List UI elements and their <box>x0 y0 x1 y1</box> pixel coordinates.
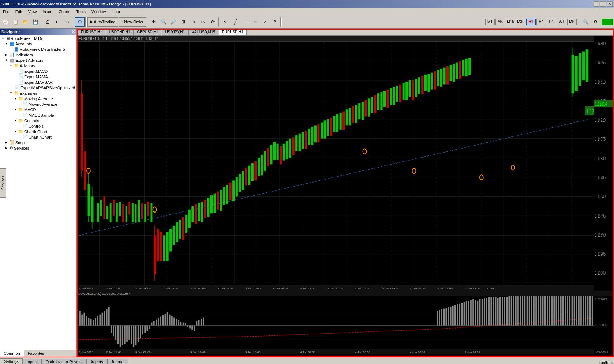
svg-rect-264 <box>189 326 191 329</box>
svg-rect-66 <box>163 235 165 261</box>
tree-advisors[interactable]: ▼ 📁 Advisors <box>1 63 76 68</box>
undo-btn[interactable]: ↩ <box>53 17 62 27</box>
tree-controls-file[interactable]: 📄 Controls <box>1 123 76 129</box>
menu-view[interactable]: View <box>25 9 40 15</box>
svg-text:2 Jan 2019: 2 Jan 2019 <box>79 350 93 354</box>
menu-charts[interactable]: Charts <box>56 9 73 15</box>
macd-section: MACD(12,24,9) 0.002001 0.001984 <box>77 291 614 357</box>
tf-m1[interactable]: M1 <box>485 19 495 25</box>
svg-text:1.14075: 1.14075 <box>595 136 606 142</box>
close-button[interactable]: ✕ <box>607 1 613 7</box>
new-order-btn[interactable]: + New Order <box>119 17 146 27</box>
services-side-label[interactable]: Services <box>0 168 6 198</box>
save-btn[interactable]: 💾 <box>30 17 40 27</box>
redo-btn[interactable]: ↪ <box>63 17 72 27</box>
tree-expert-mama[interactable]: 📄 ExpertMAMA <box>1 74 76 79</box>
tf-h1[interactable]: H1 <box>526 19 536 25</box>
svg-rect-325 <box>558 296 559 326</box>
svg-rect-299 <box>499 297 501 326</box>
fit-btn[interactable]: ⊞ <box>179 17 188 27</box>
chart-tab-3[interactable]: USDJPY,H1 <box>162 29 188 35</box>
tree-macd-folder[interactable]: ▼ 📁 MACD <box>1 107 76 112</box>
tree-expert-mapsar[interactable]: 📄 ExpertMAPSAR <box>1 79 76 85</box>
tree-indicators[interactable]: ▶ 📊 Indicators <box>1 52 76 57</box>
svg-rect-51 <box>119 202 121 216</box>
zoom-out-btn[interactable]: 🔎 <box>169 17 178 27</box>
navigator-close[interactable]: ✕ <box>71 29 75 34</box>
chart-tab-0[interactable]: EURUSD,H1 <box>78 29 105 35</box>
new-chart-btn[interactable]: 📈 <box>1 17 10 27</box>
tree-scripts[interactable]: ▶ 📜 Scripts <box>1 140 76 145</box>
tree-chartinchart-folder[interactable]: ▼ 📁 ChartInChart <box>1 129 76 134</box>
tf-d1[interactable]: D1 <box>547 19 556 25</box>
chart-tab-2[interactable]: GBPUSD,H1 <box>134 29 162 35</box>
chart-tab-1[interactable]: USDCHE,H1 <box>106 29 134 35</box>
tree-root[interactable]: ▼ 🖥 RoboForex - MT5 <box>1 36 76 41</box>
nav-tab-favorites[interactable]: Favorites <box>24 350 48 357</box>
tree-accounts[interactable]: ▼ 👥 Accounts <box>1 41 76 46</box>
zoom-in-btn[interactable]: 🔍 <box>159 17 168 27</box>
tree-expert-advisors[interactable]: ▼ 🤖 Expert Advisors <box>1 57 76 63</box>
svg-text:4 Jan 18:00: 4 Jan 18:00 <box>410 350 425 354</box>
menu-insert[interactable]: Insert <box>40 9 56 15</box>
chart-tab-5[interactable]: EURUSD,H1 <box>219 29 247 35</box>
tree-controls-folder[interactable]: ▼ 📁 Controls <box>1 118 76 123</box>
text-btn[interactable]: A <box>270 17 280 27</box>
line-btn[interactable]: ╱ <box>231 17 240 27</box>
hline-btn[interactable]: — <box>240 17 250 27</box>
scroll-right-btn[interactable]: ⇥ <box>188 17 198 27</box>
tf-w1[interactable]: W1 <box>557 19 566 25</box>
tf-m30[interactable]: M30 <box>516 19 525 25</box>
svg-rect-255 <box>169 315 171 326</box>
fib-btn[interactable]: ⊿ <box>260 17 270 27</box>
menu-help[interactable]: Help <box>109 9 123 15</box>
open-btn[interactable]: 📂 <box>20 17 30 27</box>
svg-rect-174 <box>582 51 585 80</box>
minimize-button[interactable]: − <box>594 1 599 7</box>
svg-rect-273 <box>441 309 442 326</box>
tree-expert-mapsaropt[interactable]: 📄 ExpertMAPSARSizeOptimized <box>1 85 76 90</box>
profiles-btn[interactable]: 📋 <box>11 17 20 27</box>
maximize-button[interactable]: □ <box>600 1 606 7</box>
tf-m5[interactable]: M5 <box>495 19 505 25</box>
menu-tools[interactable]: Tools <box>73 9 89 15</box>
chart-tab-4[interactable]: XAUUSD,M15 <box>188 29 218 35</box>
macd-time-axis: 2 Jan 2019 2 Jan 14:00 3 Jan 02:00 3 Jan… <box>77 349 594 354</box>
tf-mn[interactable]: MN <box>567 19 577 25</box>
tester-tab-agents[interactable]: Agents <box>87 359 107 364</box>
shift-btn[interactable]: ↦ <box>198 17 208 27</box>
channel-btn[interactable]: ≡ <box>250 17 260 27</box>
svg-text:1.14510: 1.14510 <box>595 79 606 85</box>
tree-chartinchart-file[interactable]: 📄 ChartInChart <box>1 134 76 140</box>
tree-services[interactable]: ▶ ⚙ Services <box>1 145 76 151</box>
tf-h4[interactable]: H4 <box>536 19 546 25</box>
tf-m15[interactable]: M15 <box>506 19 515 25</box>
tree-examples[interactable]: ▼ 📁 Examples <box>1 90 76 96</box>
tree-macd-sample[interactable]: 📄 MACDSample <box>1 112 76 118</box>
settings-btn[interactable]: ⚙ <box>591 17 600 27</box>
svg-rect-53 <box>126 206 127 222</box>
main-chart-canvas[interactable]: EURUSD,H1 1.13848 1.13855 1.13811 1.1381… <box>77 36 594 291</box>
strategy-tester-btn[interactable]: ⚙ <box>75 17 85 27</box>
tester-tab-settings[interactable]: Settings <box>0 358 23 364</box>
search-btn[interactable]: 🔍 <box>580 17 590 27</box>
cursor-btn[interactable]: ↖ <box>221 17 230 27</box>
connection-indicator <box>602 19 613 25</box>
svg-rect-318 <box>542 296 544 326</box>
menu-edit[interactable]: Edit <box>12 9 25 15</box>
tester-tab-inputs[interactable]: Inputs <box>23 359 42 364</box>
auto-scroll-btn[interactable]: ⟳ <box>208 17 218 27</box>
macd-canvas[interactable]: 2 Jan 2019 2 Jan 14:00 3 Jan 02:00 3 Jan… <box>77 296 594 354</box>
tree-robofx-account[interactable]: 👤 RoboForex-MetaTrader 5 <box>1 46 76 52</box>
menu-file[interactable]: File <box>0 9 12 15</box>
tree-ma-file[interactable]: 📄 Moving Average <box>1 101 76 107</box>
tester-tab-results[interactable]: Optimization Results <box>42 359 87 364</box>
menu-window[interactable]: Window <box>89 9 109 15</box>
print-btn[interactable]: 🖨 <box>43 17 52 27</box>
tester-tab-journal[interactable]: Journal <box>107 359 128 364</box>
tree-expert-macd[interactable]: 📄 ExpertMACD <box>1 68 76 74</box>
autotrading-btn[interactable]: ▶ AutoTrading <box>87 17 118 27</box>
crosshair-btn[interactable]: ✚ <box>149 17 158 27</box>
tree-ma-folder[interactable]: ▼ 📁 Moving Average <box>1 96 76 101</box>
nav-tab-common[interactable]: Common <box>0 350 24 357</box>
